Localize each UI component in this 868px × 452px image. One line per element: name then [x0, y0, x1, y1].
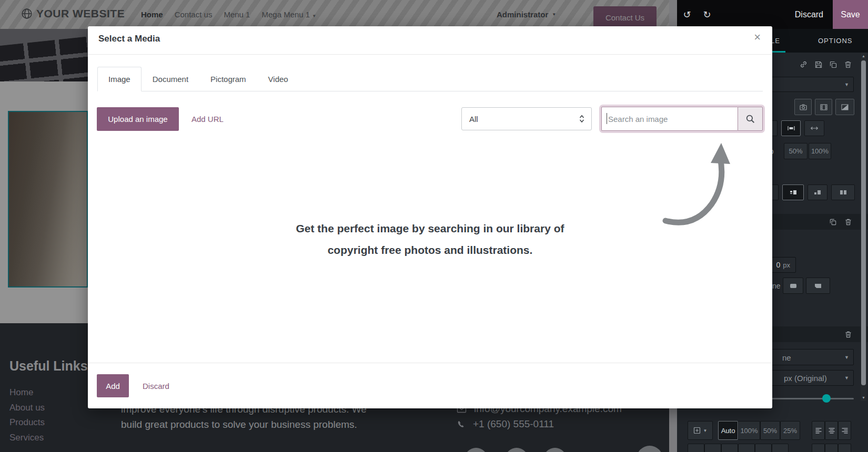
site-logo[interactable]: YOUR WEBSITE [21, 7, 125, 20]
valign-button[interactable] [812, 444, 825, 452]
footer-link-services[interactable]: Services [9, 430, 45, 446]
width-option-auto[interactable]: Auto [718, 421, 738, 440]
footer-phone[interactable]: +1 (650) 555-0111 [473, 418, 554, 430]
search-group [601, 107, 763, 131]
footer-links-title: Useful Links [9, 358, 88, 374]
sidebar-scrollbar[interactable]: ▲ ▼ [861, 53, 866, 401]
valign-button[interactable] [838, 444, 851, 452]
slider-handle[interactable] [822, 394, 831, 403]
clone-icon[interactable] [829, 218, 837, 226]
trash-icon[interactable] [844, 218, 852, 226]
site-navbar: YOUR WEBSITE Home Contact us Menu 1 Mega… [0, 0, 677, 29]
tab-document[interactable]: Document [142, 67, 199, 91]
grid-plus-icon: ▼ [688, 421, 713, 440]
trash-icon[interactable] [844, 60, 852, 69]
layout-option-icon[interactable] [782, 184, 804, 200]
width-option-50[interactable]: 50% [760, 421, 780, 440]
grid-add-button[interactable]: ▼ [688, 421, 713, 440]
chevron-down-icon: ▼ [312, 14, 316, 18]
stretch-arrows-icon[interactable] [804, 120, 824, 136]
tab-options[interactable]: OPTIONS [818, 37, 853, 45]
scroll-up-icon[interactable]: ▲ [861, 54, 866, 58]
trash-icon[interactable] [844, 331, 852, 338]
shape-filled-icon[interactable] [783, 278, 803, 294]
valign-button[interactable] [825, 444, 838, 452]
align-left-icon[interactable] [812, 421, 825, 440]
search-input[interactable] [601, 107, 738, 131]
zoom-100-option[interactable]: 100% [809, 143, 831, 159]
scrollbar-thumb[interactable] [861, 60, 866, 385]
social-icon[interactable] [505, 448, 528, 452]
chevron-down-icon: ▼ [844, 375, 849, 381]
style-button[interactable] [688, 444, 704, 452]
style-button[interactable] [721, 444, 738, 452]
footer-link-products[interactable]: Products [9, 415, 45, 430]
align-center-icon[interactable] [825, 421, 838, 440]
valign-segment [812, 444, 851, 452]
filter-selected-value: All [469, 115, 478, 124]
dialog-header: Select a Media × [88, 26, 772, 55]
undo-icon[interactable]: ↺ [677, 9, 697, 20]
style-button[interactable] [772, 444, 789, 452]
social-icon[interactable] [637, 446, 663, 452]
footer-link-home[interactable]: Home [9, 385, 45, 400]
frame-width-icon[interactable] [781, 120, 801, 136]
nav-item-contact[interactable]: Contact us [175, 10, 213, 19]
close-icon[interactable]: × [754, 32, 761, 43]
social-icon[interactable] [465, 448, 488, 452]
nav-item-home[interactable]: Home [141, 10, 163, 19]
padding-unit: px [783, 261, 790, 269]
screen: YOUR WEBSITE Home Contact us Menu 1 Mega… [0, 0, 868, 452]
style-buttons-row [688, 444, 789, 452]
media-replace-row [794, 99, 854, 115]
tab-pictogram[interactable]: Pictogram [199, 67, 257, 91]
select-arrows-icon [579, 115, 585, 123]
clone-icon[interactable] [829, 60, 837, 69]
upload-image-button[interactable]: Upload an image [97, 107, 179, 131]
layout-option-icon[interactable] [808, 184, 827, 200]
width-option-100[interactable]: 100% [738, 421, 760, 440]
add-button[interactable]: Add [97, 374, 129, 397]
anchor-link-icon[interactable] [799, 60, 808, 69]
style-button[interactable] [704, 444, 721, 452]
editor-discard-button[interactable]: Discard [795, 10, 823, 19]
editor-topbar: ↺ ↻ Discard Save [677, 0, 868, 29]
editor-save-button[interactable]: Save [833, 0, 868, 29]
tab-image[interactable]: Image [97, 67, 142, 91]
zoom-50-option[interactable]: 50% [784, 143, 808, 159]
nav-item-megamenu[interactable]: Mega Menu 1 ▼ [261, 10, 316, 19]
curved-arrow-icon [661, 141, 735, 226]
block-actions-row [799, 60, 852, 69]
user-menu[interactable]: Administrator▼ [497, 0, 556, 29]
width-option-25[interactable]: 25% [780, 421, 800, 440]
dialog-title: Select a Media [98, 34, 160, 44]
style-button[interactable] [738, 444, 755, 452]
contact-us-button[interactable]: Contact Us [593, 6, 657, 29]
media-filter-select[interactable]: All [461, 107, 592, 130]
align-right-icon[interactable] [838, 421, 851, 440]
image-contrast-icon[interactable] [835, 99, 854, 115]
scroll-down-icon[interactable]: ▼ [861, 396, 866, 399]
search-button[interactable] [738, 107, 763, 131]
social-icon[interactable] [543, 448, 567, 452]
shape-none-option[interactable]: ne [772, 282, 781, 290]
search-input-wrap [601, 107, 738, 131]
globe-icon [21, 8, 33, 19]
shape-corner-icon[interactable] [806, 278, 830, 294]
select-media-dialog: Select a Media × Image Document Pictogra… [88, 26, 772, 408]
selected-image-element[interactable] [8, 111, 88, 287]
tab-video[interactable]: Video [257, 67, 299, 91]
discard-link[interactable]: Discard [143, 382, 169, 391]
padding-value: 0 [776, 261, 780, 269]
layout-option-icon[interactable] [831, 184, 855, 200]
filter-value: ne [782, 353, 791, 362]
footer-links: Home About us Products Services [9, 385, 45, 445]
nav-item-menu1[interactable]: Menu 1 [224, 10, 250, 19]
add-url-link[interactable]: Add URL [191, 115, 224, 124]
style-button[interactable] [755, 444, 772, 452]
redo-icon[interactable]: ↻ [697, 9, 717, 20]
save-block-icon[interactable] [814, 60, 823, 69]
footer-link-about[interactable]: About us [9, 400, 45, 416]
camera-icon[interactable] [794, 99, 812, 115]
film-icon[interactable] [815, 99, 832, 115]
